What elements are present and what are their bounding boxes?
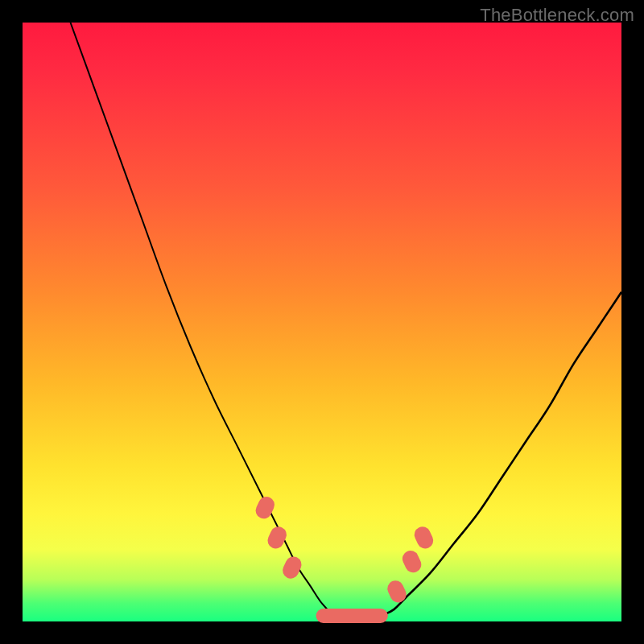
plot-area	[23, 23, 621, 621]
right-curve	[358, 292, 621, 622]
marker-dot	[385, 578, 409, 605]
marker-pill	[316, 609, 388, 623]
marker-dot	[400, 548, 424, 576]
marker-dot	[280, 554, 304, 581]
marker-dot	[265, 524, 289, 551]
chart-frame: TheBottleneck.com	[0, 0, 644, 644]
left-curve	[71, 23, 358, 622]
marker-group	[253, 494, 436, 623]
marker-dot	[412, 524, 436, 551]
plot-svg	[23, 23, 621, 621]
